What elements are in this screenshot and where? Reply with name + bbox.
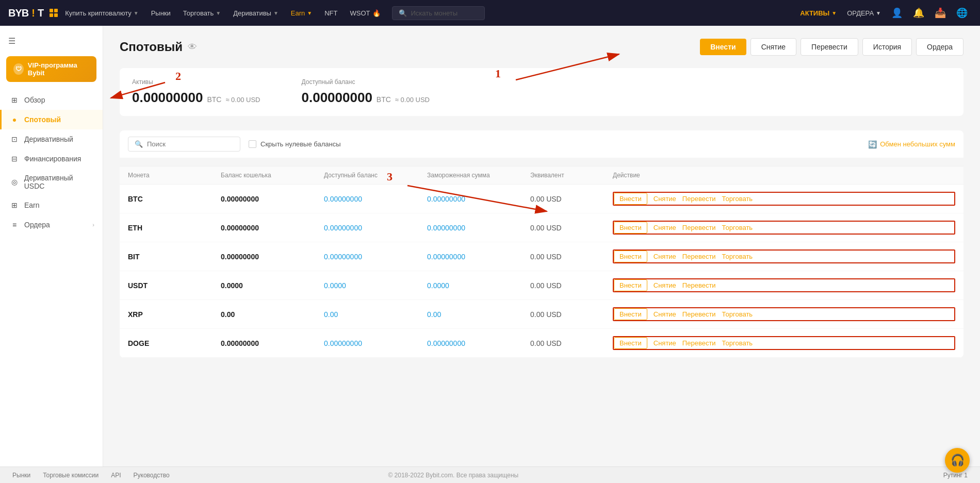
sidebar-item-label: Деривативный USDC (24, 174, 94, 190)
usdt-transfer-btn[interactable]: Перевести (682, 281, 716, 289)
btc-deposit-btn[interactable]: Внести (614, 193, 647, 205)
footer-copyright: © 2018-2022 Bybit.com. Все права защищен… (388, 472, 518, 479)
search-bar[interactable]: 🔍 Искать монеты (392, 6, 485, 20)
eth-frozen: 0.00000000 (427, 224, 530, 232)
xrp-deposit-btn[interactable]: Внести (614, 308, 647, 320)
th-action: Действие (613, 172, 955, 179)
assets-table: Монета Баланс кошелька Доступный баланс … (120, 166, 963, 358)
dropdown-arrow: ▼ (273, 10, 279, 16)
nav-buy-crypto[interactable]: Купить криптовалюту ▼ (60, 7, 144, 19)
th-equiv: Эквивалент (530, 172, 613, 179)
coin-doge: DOGE (128, 339, 221, 347)
sidebar-item-deriv-usdc[interactable]: ◎ Деривативный USDC (0, 169, 103, 195)
small-exchange-button[interactable]: 🔄 Обмен небольших сумм (868, 140, 955, 148)
footer-guide[interactable]: Руководство (134, 472, 170, 479)
language-icon-button[interactable]: 🌐 (952, 5, 972, 21)
sidebar-item-derivatives[interactable]: ⊡ Деривативный (0, 129, 103, 149)
bit-trade-btn[interactable]: Торговать (722, 253, 753, 260)
deposit-button[interactable]: Внести (700, 39, 746, 55)
nav-assets-button[interactable]: АКТИВЫ ▼ (796, 7, 841, 19)
doge-equiv: 0.00 USD (530, 339, 613, 347)
spot-icon: ● (10, 115, 19, 124)
hide-zero-label[interactable]: Скрыть нулевые балансы (249, 140, 341, 148)
nav-trade[interactable]: Торговать ▼ (178, 7, 226, 19)
page-title: Спотовый (120, 40, 183, 54)
withdraw-button[interactable]: Снятие (750, 38, 796, 56)
xrp-trade-btn[interactable]: Торговать (722, 310, 753, 318)
nav-markets[interactable]: Рынки (146, 7, 176, 19)
eth-deposit-btn[interactable]: Внести (614, 222, 647, 234)
history-button[interactable]: История (862, 38, 912, 56)
search-box[interactable]: 🔍 (128, 137, 240, 152)
nav-orders-button[interactable]: ОРДЕРА ▼ (843, 7, 885, 19)
footer-api[interactable]: API (111, 472, 121, 479)
funding-icon: ⊟ (10, 154, 19, 163)
usdt-withdraw-btn[interactable]: Снятие (654, 281, 676, 289)
sidebar-item-label: Спотовый (24, 115, 61, 124)
eth-wallet-balance: 0.00000000 (221, 224, 324, 232)
bit-actions: Внести Снятие Перевести Торговать (613, 249, 955, 263)
eth-equiv: 0.00 USD (530, 224, 613, 232)
support-button[interactable]: 🎧 (945, 448, 970, 473)
th-coin: Монета (128, 172, 221, 179)
doge-trade-btn[interactable]: Торговать (722, 339, 753, 347)
eth-trade-btn[interactable]: Торговать (722, 224, 753, 231)
th-wallet: Баланс кошелька (221, 172, 324, 179)
nav-earn[interactable]: Earn ▼ (286, 7, 317, 19)
logo[interactable]: BYB ! T (8, 7, 43, 19)
nav-derivatives[interactable]: Деривативы ▼ (228, 7, 284, 19)
transfer-button[interactable]: Перевести (801, 38, 858, 56)
coin-usdt: USDT (128, 281, 221, 290)
available-usd: ≈ 0.00 USD (395, 96, 430, 104)
orders-button[interactable]: Ордера (916, 38, 963, 56)
bit-withdraw-btn[interactable]: Снятие (654, 253, 676, 260)
coin-bit: BIT (128, 253, 221, 261)
grid-icon[interactable] (50, 9, 58, 17)
doge-deposit-btn[interactable]: Внести (614, 337, 647, 349)
doge-actions: Внести Снятие Перевести Торговать (613, 336, 955, 350)
nav-right-section: АКТИВЫ ▼ ОРДЕРА ▼ 👤 🔔 📥 🌐 (796, 5, 972, 21)
bit-deposit-btn[interactable]: Внести (614, 251, 647, 262)
nav-wsot[interactable]: WSOT 🔥 (345, 7, 386, 19)
orders-arrow: ▼ (876, 10, 881, 16)
page-actions: Внести Снятие Перевести История Ордера (700, 38, 963, 56)
eye-icon[interactable]: 👁 (188, 42, 197, 53)
nav-nft[interactable]: NFT (319, 7, 342, 19)
download-icon-button[interactable]: 📥 (930, 5, 950, 21)
xrp-transfer-btn[interactable]: Перевести (682, 310, 716, 318)
vip-banner[interactable]: 🛡 VIP-программа Bybit (6, 56, 96, 82)
sidebar-item-earn[interactable]: ⊞ Earn (0, 195, 103, 215)
xrp-withdraw-btn[interactable]: Снятие (654, 310, 676, 318)
usdt-deposit-btn[interactable]: Внести (614, 279, 647, 291)
sidebar-item-funding[interactable]: ⊟ Финансирования (0, 149, 103, 169)
footer-markets[interactable]: Рынки (12, 472, 30, 479)
sidebar-item-overview[interactable]: ⊞ Обзор (0, 90, 103, 110)
fire-icon: 🔥 (372, 9, 381, 17)
doge-withdraw-btn[interactable]: Снятие (654, 339, 676, 347)
page-title-area: Спотовый 👁 (120, 40, 197, 54)
dropdown-arrow: ▼ (216, 10, 221, 16)
btc-withdraw-btn[interactable]: Снятие (654, 195, 676, 203)
table-row-btc: BTC 0.00000000 0.00000000 0.00000000 0.0… (120, 185, 963, 213)
sidebar-toggle[interactable]: ☰ (0, 30, 103, 52)
btc-transfer-btn[interactable]: Перевести (682, 195, 716, 203)
table-row-usdt: USDT 0.0000 0.0000 0.0000 0.00 USD Внест… (120, 271, 963, 300)
notification-icon-button[interactable]: 🔔 (909, 5, 928, 21)
search-input[interactable] (147, 140, 234, 148)
btc-trade-btn[interactable]: Торговать (722, 195, 753, 203)
xrp-wallet-balance: 0.00 (221, 310, 324, 319)
sidebar-item-spot[interactable]: ● Спотовый (0, 110, 103, 129)
eth-withdraw-btn[interactable]: Снятие (654, 224, 676, 231)
footer-fees[interactable]: Торговые комиссии (43, 472, 99, 479)
table-row-bit: BIT 0.00000000 0.00000000 0.00000000 0.0… (120, 242, 963, 271)
doge-transfer-btn[interactable]: Перевести (682, 339, 716, 347)
table-row-xrp: XRP 0.00 0.00 0.00 0.00 USD Внести Сняти… (120, 300, 963, 329)
eth-transfer-btn[interactable]: Перевести (682, 224, 716, 231)
sidebar-item-orders[interactable]: ≡ Ордера › (0, 215, 103, 235)
user-icon-button[interactable]: 👤 (887, 5, 907, 21)
sidebar-item-label: Ордера (24, 221, 50, 229)
bit-transfer-btn[interactable]: Перевести (682, 253, 716, 260)
hide-zero-checkbox[interactable] (249, 140, 256, 148)
logo-text: BYB (8, 7, 28, 19)
btc-actions: Внести Снятие Перевести Торговать (613, 192, 955, 206)
